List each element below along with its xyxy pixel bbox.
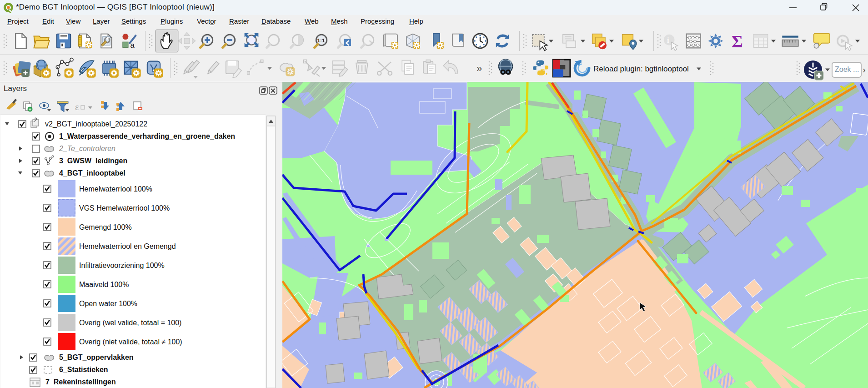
svg-text:Σ: Σ [732,32,743,51]
svg-text:»: » [477,63,482,74]
svg-text:›: › [863,65,866,75]
svg-text:ε: ε [75,102,79,112]
svg-text:Reload plugin: bgtinlooptool: Reload plugin: bgtinlooptool [593,65,689,73]
svg-text:i: i [667,36,669,45]
svg-text:a: a [130,41,135,50]
svg-text:1:1: 1:1 [317,37,325,44]
